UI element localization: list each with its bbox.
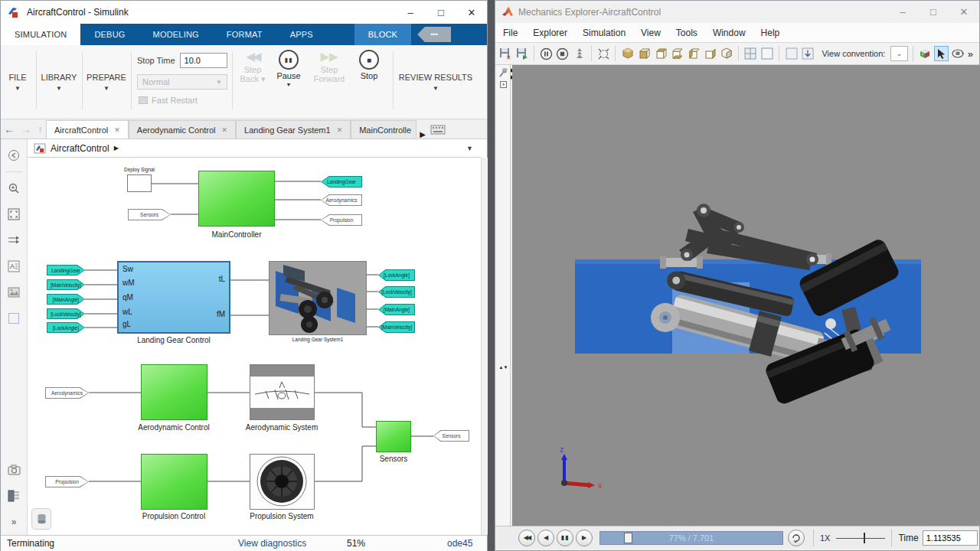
step-forward-button[interactable]: ▶ bbox=[576, 530, 593, 546]
step-forward-button[interactable]: ▶▶ StepForward bbox=[312, 50, 347, 83]
tab-modeling[interactable]: MODELING bbox=[139, 24, 213, 45]
pause-playback-icon[interactable] bbox=[539, 46, 554, 61]
from-tag[interactable]: [MainAngle] bbox=[47, 294, 85, 305]
menu-explorer[interactable]: Explorer bbox=[533, 28, 567, 38]
doc-tab-aerodynamic-control[interactable]: Aerodynamic Control✕ bbox=[129, 120, 236, 139]
timeline-thumb[interactable] bbox=[624, 533, 632, 543]
left-view-icon[interactable] bbox=[687, 46, 701, 61]
deploy-signal-block[interactable] bbox=[127, 174, 152, 192]
camera-icon[interactable] bbox=[6, 462, 21, 478]
image-annotation-icon[interactable] bbox=[6, 285, 21, 300]
zoom-region-icon[interactable] bbox=[6, 181, 21, 196]
propulsion-control-block[interactable] bbox=[141, 454, 207, 510]
minimize-button[interactable]: – bbox=[395, 1, 426, 24]
minimize-button[interactable]: – bbox=[887, 1, 918, 23]
goto-tag[interactable]: [MainAngle] bbox=[378, 304, 415, 315]
forward-arrow-icon[interactable]: → bbox=[21, 123, 31, 135]
fast-restart-toggle[interactable]: Fast Restart bbox=[139, 96, 198, 105]
propulsion-system-block[interactable] bbox=[250, 454, 315, 510]
tab-scroll-right-icon[interactable]: ▶ bbox=[416, 130, 429, 139]
tab-simulation[interactable]: SIMULATION bbox=[1, 24, 80, 45]
ribbon-more-button[interactable]: ••• bbox=[417, 27, 451, 42]
view-convention-select[interactable]: ⌄ bbox=[890, 46, 907, 61]
landinggear-goto-tag[interactable]: LandingGear bbox=[321, 176, 362, 187]
step-back-button[interactable]: ◀ bbox=[537, 530, 554, 546]
review-results-button[interactable]: REVIEW RESULTS▼ bbox=[397, 51, 474, 112]
propulsion-goto-tag[interactable]: Propulsion bbox=[321, 214, 362, 226]
model-canvas[interactable]: Deploy Signal Sensors MainController Lan… bbox=[28, 158, 481, 535]
aerodynamic-system-block[interactable] bbox=[250, 364, 315, 420]
signal-routing-icon[interactable] bbox=[6, 233, 21, 248]
top-view-icon[interactable] bbox=[653, 46, 668, 61]
keyboard-icon[interactable] bbox=[430, 125, 446, 135]
select-pointer-icon[interactable] bbox=[934, 46, 949, 61]
go-to-start-button[interactable]: ◀◀ bbox=[518, 530, 535, 546]
maximize-button[interactable]: □ bbox=[918, 1, 949, 23]
loop-button[interactable] bbox=[788, 530, 805, 546]
back-arrow-icon[interactable]: ← bbox=[4, 123, 15, 135]
annotation-icon[interactable]: A bbox=[6, 259, 21, 274]
3d-viewport[interactable]: z x bbox=[512, 65, 980, 526]
hierarchy-icon[interactable] bbox=[572, 46, 586, 61]
tab-block[interactable]: BLOCK bbox=[354, 24, 411, 45]
speed-slider[interactable] bbox=[836, 532, 885, 544]
from-tag[interactable]: [LockVelocity] bbox=[47, 308, 85, 319]
close-icon[interactable]: ✕ bbox=[114, 126, 120, 134]
menu-view[interactable]: View bbox=[641, 28, 661, 38]
split-view-icon[interactable] bbox=[743, 46, 758, 61]
stop-button[interactable]: ■ Stop bbox=[354, 50, 384, 80]
sensors-block[interactable] bbox=[376, 421, 411, 452]
tree-expand-icon[interactable]: + bbox=[500, 81, 507, 88]
menu-simulation[interactable]: Simulation bbox=[583, 28, 626, 38]
single-view-icon[interactable] bbox=[760, 46, 775, 61]
goto-tag[interactable]: [MainVelocity] bbox=[378, 321, 415, 333]
colored-cube-icon[interactable] bbox=[918, 46, 933, 61]
orbit-camera-icon[interactable] bbox=[951, 46, 965, 61]
simulation-mode-select[interactable]: Normal▼ bbox=[137, 74, 227, 90]
breadcrumb-dropdown-icon[interactable]: ▼ bbox=[466, 145, 473, 152]
model-browser-icon[interactable] bbox=[6, 488, 21, 504]
tab-debug[interactable]: DEBUG bbox=[80, 24, 139, 45]
timeline-slider[interactable]: 77% / 7.701 bbox=[599, 531, 783, 545]
back-view-icon[interactable] bbox=[720, 46, 734, 61]
landing-gear-control-block[interactable]: Sw wM qM wL gL tL fM bbox=[117, 261, 230, 334]
breadcrumb-model-name[interactable]: AircraftControl bbox=[51, 143, 109, 154]
right-view-icon[interactable] bbox=[703, 46, 717, 61]
pan-down-icon[interactable] bbox=[801, 46, 815, 61]
from-tag[interactable]: [MainVelocity] bbox=[47, 279, 85, 290]
goto-tag[interactable]: [LockVelocity] bbox=[378, 286, 415, 298]
save-video-icon[interactable] bbox=[515, 46, 530, 61]
menu-window[interactable]: Window bbox=[713, 28, 746, 38]
time-input[interactable] bbox=[923, 530, 978, 546]
hide-browser-icon[interactable] bbox=[6, 148, 21, 163]
close-icon[interactable]: ✕ bbox=[337, 126, 343, 134]
menu-tools[interactable]: Tools bbox=[676, 28, 697, 38]
doc-tab-maincontroller[interactable]: MainControlle bbox=[351, 120, 416, 139]
goto-tag[interactable]: [LockAngle] bbox=[378, 269, 415, 281]
landing-gear-system1-block[interactable] bbox=[269, 261, 367, 335]
window-splitter[interactable] bbox=[488, 0, 495, 551]
zoom-fit-icon[interactable] bbox=[596, 46, 611, 61]
pin-icon[interactable] bbox=[498, 67, 508, 78]
menu-help[interactable]: Help bbox=[761, 28, 780, 38]
doc-tab-landing-gear-system1[interactable]: Landing Gear System1✕ bbox=[236, 120, 351, 139]
sensors-goto-tag[interactable]: Sensors bbox=[433, 430, 469, 442]
bottom-view-icon[interactable] bbox=[670, 46, 684, 61]
stop-playback-icon[interactable] bbox=[556, 46, 570, 61]
save-model-icon[interactable]: ✕ bbox=[498, 46, 513, 61]
front-view-icon[interactable] bbox=[637, 46, 652, 61]
prepare-menu-button[interactable]: PREPARE▼ bbox=[85, 51, 128, 112]
explorer-panel-collapsed[interactable]: + ▲▼ bbox=[497, 65, 511, 526]
propulsion-from-tag[interactable]: Propulsion bbox=[45, 476, 89, 487]
area-select-icon[interactable] bbox=[6, 311, 21, 326]
pause-button[interactable]: ▮▮ bbox=[557, 530, 573, 546]
view-diagnostics-link[interactable]: View diagnostics bbox=[238, 538, 306, 549]
close-button[interactable]: ✕ bbox=[456, 1, 487, 24]
doc-tab-aircraftcontrol[interactable]: AircraftControl✕ bbox=[46, 120, 129, 139]
isometric-view-icon[interactable] bbox=[620, 46, 635, 61]
expand-palette-icon[interactable]: » bbox=[6, 514, 21, 530]
fit-to-view-icon[interactable] bbox=[6, 207, 21, 222]
maximize-button[interactable]: □ bbox=[426, 1, 456, 24]
solver-label[interactable]: ode45 bbox=[447, 538, 472, 549]
sensors-inport-tag[interactable]: Sensors bbox=[128, 209, 171, 220]
